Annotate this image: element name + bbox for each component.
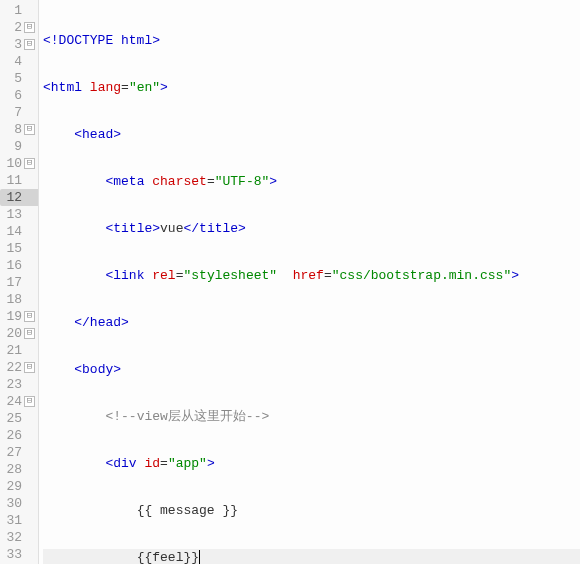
gutter-line: 12: [0, 189, 38, 206]
code-line[interactable]: <body>: [43, 361, 580, 378]
gutter-line: 33: [0, 546, 38, 563]
code-line[interactable]: <!--view层从这里开始-->: [43, 408, 580, 425]
line-number: 31: [0, 513, 22, 528]
gutter-line: 7: [0, 104, 38, 121]
line-number: 1: [0, 3, 22, 18]
gutter-line: 18: [0, 291, 38, 308]
fold-toggle-icon[interactable]: ⊟: [24, 311, 35, 322]
gutter: 12⊟3⊟45678⊟910⊟111213141516171819⊟20⊟212…: [0, 0, 39, 564]
line-number: 24: [0, 394, 22, 409]
gutter-line: 9: [0, 138, 38, 155]
code-line[interactable]: {{ message }}: [43, 502, 580, 519]
line-number: 26: [0, 428, 22, 443]
gutter-line: 32: [0, 529, 38, 546]
code-line[interactable]: <meta charset="UTF-8">: [43, 173, 580, 190]
gutter-line: 8⊟: [0, 121, 38, 138]
gutter-line: 16: [0, 257, 38, 274]
gutter-line: 29: [0, 478, 38, 495]
line-number: 4: [0, 54, 22, 69]
code-line[interactable]: <!DOCTYPE html>: [43, 32, 580, 49]
gutter-line: 10⊟: [0, 155, 38, 172]
gutter-line: 31: [0, 512, 38, 529]
code-line[interactable]: <title>vue</title>: [43, 220, 580, 237]
gutter-line: 25: [0, 410, 38, 427]
line-number: 3: [0, 37, 22, 52]
code-line[interactable]: <head>: [43, 126, 580, 143]
line-number: 13: [0, 207, 22, 222]
line-number: 18: [0, 292, 22, 307]
line-number: 29: [0, 479, 22, 494]
code-area[interactable]: <!DOCTYPE html> <html lang="en"> <head> …: [39, 0, 580, 564]
fold-toggle-icon[interactable]: ⊟: [24, 158, 35, 169]
line-number: 23: [0, 377, 22, 392]
gutter-line: 27: [0, 444, 38, 461]
line-number: 8: [0, 122, 22, 137]
line-number: 10: [0, 156, 22, 171]
gutter-line: 26: [0, 427, 38, 444]
gutter-line: 6: [0, 87, 38, 104]
gutter-line: 30: [0, 495, 38, 512]
line-number: 5: [0, 71, 22, 86]
code-line[interactable]: <link rel="stylesheet" href="css/bootstr…: [43, 267, 580, 284]
line-number: 12: [0, 190, 22, 205]
line-number: 32: [0, 530, 22, 545]
fold-toggle-icon[interactable]: ⊟: [24, 22, 35, 33]
code-line[interactable]: <html lang="en">: [43, 79, 580, 96]
line-number: 15: [0, 241, 22, 256]
line-number: 28: [0, 462, 22, 477]
line-number: 14: [0, 224, 22, 239]
fold-toggle-icon[interactable]: ⊟: [24, 124, 35, 135]
line-number: 2: [0, 20, 22, 35]
gutter-line: 15: [0, 240, 38, 257]
line-number: 22: [0, 360, 22, 375]
line-number: 7: [0, 105, 22, 120]
gutter-line: 4: [0, 53, 38, 70]
gutter-line: 21: [0, 342, 38, 359]
gutter-line: 22⊟: [0, 359, 38, 376]
cursor: [199, 550, 200, 564]
line-number: 20: [0, 326, 22, 341]
line-number: 6: [0, 88, 22, 103]
code-editor[interactable]: 12⊟3⊟45678⊟910⊟111213141516171819⊟20⊟212…: [0, 0, 580, 564]
gutter-line: 23: [0, 376, 38, 393]
line-number: 17: [0, 275, 22, 290]
code-line-current[interactable]: {{feel}}: [43, 549, 580, 564]
line-number: 9: [0, 139, 22, 154]
fold-toggle-icon[interactable]: ⊟: [24, 328, 35, 339]
fold-toggle-icon[interactable]: ⊟: [24, 39, 35, 50]
code-line[interactable]: <div id="app">: [43, 455, 580, 472]
fold-toggle-icon[interactable]: ⊟: [24, 362, 35, 373]
gutter-line: 5: [0, 70, 38, 87]
gutter-line: 24⊟: [0, 393, 38, 410]
line-number: 33: [0, 547, 22, 562]
gutter-line: 20⊟: [0, 325, 38, 342]
line-number: 27: [0, 445, 22, 460]
code-line[interactable]: </head>: [43, 314, 580, 331]
gutter-line: 2⊟: [0, 19, 38, 36]
line-number: 11: [0, 173, 22, 188]
gutter-line: 19⊟: [0, 308, 38, 325]
gutter-line: 28: [0, 461, 38, 478]
fold-toggle-icon[interactable]: ⊟: [24, 396, 35, 407]
line-number: 16: [0, 258, 22, 273]
gutter-line: 14: [0, 223, 38, 240]
gutter-line: 13: [0, 206, 38, 223]
line-number: 21: [0, 343, 22, 358]
gutter-line: 1: [0, 2, 38, 19]
line-number: 30: [0, 496, 22, 511]
gutter-line: 17: [0, 274, 38, 291]
gutter-line: 11: [0, 172, 38, 189]
line-number: 19: [0, 309, 22, 324]
gutter-line: 3⊟: [0, 36, 38, 53]
line-number: 25: [0, 411, 22, 426]
